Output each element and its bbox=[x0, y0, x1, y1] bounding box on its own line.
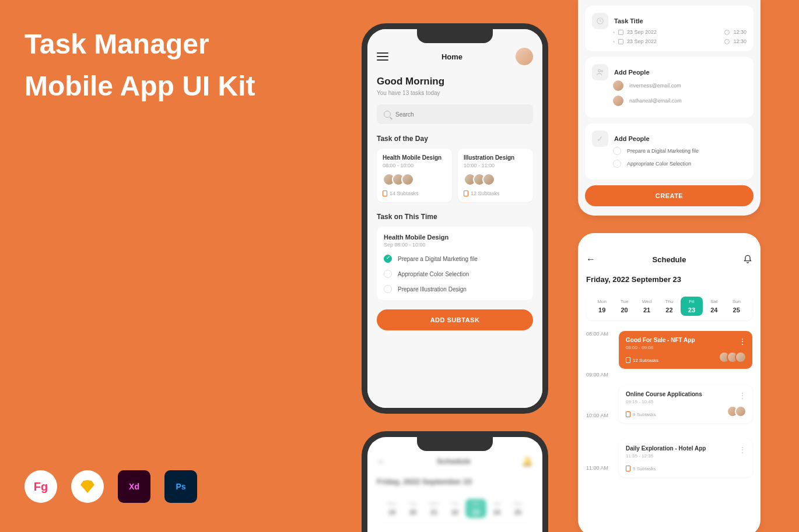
schedule-event-card[interactable]: ⋮ Good For Sale - NFT App 08:00 - 09:08 … bbox=[619, 331, 752, 369]
subtask-item[interactable]: Prepare a Digital Marketing file bbox=[384, 255, 526, 263]
add-subtask-button[interactable]: ADD SUBTASK bbox=[377, 309, 533, 330]
document-icon bbox=[626, 411, 630, 417]
checkbox-icon[interactable] bbox=[613, 147, 621, 155]
people-email-row[interactable]: inverness@email.com bbox=[592, 80, 747, 91]
add-people-label: Add People bbox=[614, 69, 650, 76]
section-task-this-time: Task on This Time bbox=[377, 213, 533, 221]
checkbox-icon[interactable] bbox=[613, 160, 621, 168]
event-avatars bbox=[730, 406, 747, 417]
section-task-of-day: Task of the Day bbox=[377, 135, 533, 143]
phone-schedule-blurred: ← Schedule 🔔 Friday, 2022 September 23 M… bbox=[362, 431, 548, 532]
date-title: Friday, 2022 September 23 bbox=[377, 477, 533, 486]
event-avatars bbox=[722, 351, 747, 363]
event-title: Online Course Applications bbox=[626, 391, 745, 397]
create-task-panel: Task Title 23 Sep 202212:30 23 Sep 20221… bbox=[578, 0, 761, 216]
phone-notch bbox=[417, 29, 493, 43]
day-col[interactable]: Sun25 bbox=[726, 297, 748, 316]
add-people-section: Add People inverness@email.com nathaneal… bbox=[585, 57, 754, 118]
event-subtasks: 5 Subtasks bbox=[626, 466, 745, 471]
subtasks-label: Add People bbox=[614, 135, 650, 142]
subtask-count: 12 Subtasks bbox=[464, 191, 527, 196]
subtask-item[interactable]: Prepare a Digital Marketing file bbox=[592, 147, 747, 155]
task-card-title: Health Mobile Design bbox=[383, 154, 446, 161]
subtask-count: 14 Subtasks bbox=[383, 191, 446, 196]
bell-icon[interactable] bbox=[743, 255, 752, 264]
page-title: Home bbox=[441, 52, 462, 61]
timeline: 08:00 AM 09:00 AM 10:00 AM 11:00 AM ⋮ Go… bbox=[586, 331, 752, 477]
search-field[interactable] bbox=[377, 104, 533, 124]
avatar bbox=[613, 96, 623, 106]
event-time: 08:00 - 09:08 bbox=[626, 345, 745, 350]
assignee-avatars bbox=[383, 173, 446, 186]
check-icon: ✓ bbox=[592, 131, 608, 147]
clock-icon bbox=[592, 13, 608, 29]
document-icon bbox=[626, 357, 630, 363]
people-email-row[interactable]: nathaneal@email.com bbox=[592, 96, 747, 106]
schedule-date: Friday, 2022 September 23 bbox=[586, 275, 752, 284]
event-title: Good For Sale - NFT App bbox=[626, 337, 745, 343]
clock-icon bbox=[724, 39, 730, 44]
clock-icon bbox=[724, 30, 730, 35]
create-button[interactable]: CREATE bbox=[585, 185, 754, 206]
adobe-xd-icon: Xd bbox=[118, 470, 150, 503]
subtask-item[interactable]: Prepare Illustration Design bbox=[384, 285, 526, 293]
tasks-count-text: You have 13 tasks today bbox=[377, 90, 533, 96]
date-row[interactable]: 23 Sep 202212:30 bbox=[592, 38, 747, 44]
add-subtasks-section: ✓Add People Prepare a Digital Marketing … bbox=[585, 124, 754, 179]
task-card[interactable]: Illustration Design 10:00 - 11:00 12 Sub… bbox=[458, 149, 533, 202]
schedule-event-card[interactable]: ⋮ Online Course Applications 09:15 - 10:… bbox=[619, 385, 752, 423]
date-row[interactable]: 23 Sep 202212:30 bbox=[592, 29, 747, 35]
sketch-icon bbox=[71, 470, 104, 503]
marketing-title: Task ManagerMobile App UI Kit bbox=[24, 23, 255, 107]
photoshop-icon: Ps bbox=[164, 470, 197, 503]
phone-home-screen: Home Good Morning You have 13 tasks toda… bbox=[362, 23, 548, 414]
title-line2: Mobile App UI Kit bbox=[24, 71, 255, 101]
subtask-label: Prepare Illustration Design bbox=[398, 286, 467, 293]
menu-icon[interactable] bbox=[377, 52, 388, 61]
checkbox-icon[interactable] bbox=[384, 270, 392, 278]
subtask-item[interactable]: Appropriate Color Selection bbox=[384, 270, 526, 278]
figma-icon: Fg bbox=[24, 470, 57, 503]
day-col-active[interactable]: Fri23 bbox=[681, 297, 703, 316]
avatar bbox=[613, 80, 623, 91]
checkbox-icon[interactable] bbox=[384, 285, 392, 293]
current-task-title: Health Mobile Design bbox=[384, 234, 526, 241]
schedule-title: Schedule bbox=[653, 255, 686, 264]
day-col[interactable]: Sat24 bbox=[703, 297, 725, 316]
task-title-section: Task Title 23 Sep 202212:30 23 Sep 20221… bbox=[585, 6, 754, 51]
svg-point-2 bbox=[601, 71, 603, 72]
day-col[interactable]: Wed21 bbox=[636, 297, 658, 316]
search-icon bbox=[384, 111, 391, 118]
time-label: 08:00 AM bbox=[586, 331, 608, 337]
calendar-icon bbox=[618, 39, 623, 44]
checkbox-icon[interactable] bbox=[384, 255, 392, 263]
time-label: 11:00 AM bbox=[586, 465, 608, 471]
current-task-card[interactable]: Health Mobile Design Sep 08:00 - 10:00 P… bbox=[377, 227, 533, 300]
day-col[interactable]: Tue20 bbox=[613, 297, 635, 316]
greeting-text: Good Morning bbox=[377, 76, 533, 87]
schedule-event-card[interactable]: ⋮ Daily Exploration - Hotel App 11:35 - … bbox=[619, 439, 752, 477]
user-avatar[interactable] bbox=[516, 48, 533, 65]
tool-icons-row: Fg Xd Ps bbox=[24, 470, 197, 503]
event-title: Daily Exploration - Hotel App bbox=[626, 445, 745, 452]
search-input[interactable] bbox=[395, 111, 526, 118]
time-label: 09:00 AM bbox=[586, 372, 608, 378]
time-label: 10:00 AM bbox=[586, 413, 608, 418]
page-title: Schedule bbox=[437, 457, 471, 466]
back-arrow-icon: ← bbox=[377, 456, 386, 467]
subtask-item[interactable]: Appropriate Color Selection bbox=[592, 160, 747, 168]
person-icon bbox=[592, 64, 608, 80]
task-card[interactable]: Health Mobile Design 08:00 - 10:00 14 Su… bbox=[377, 149, 452, 202]
day-col[interactable]: Thu22 bbox=[658, 297, 680, 316]
document-icon bbox=[464, 191, 468, 196]
svg-point-1 bbox=[598, 69, 601, 72]
day-col[interactable]: Mon19 bbox=[591, 297, 613, 316]
back-arrow-icon[interactable]: ← bbox=[586, 254, 595, 265]
document-icon bbox=[383, 191, 387, 196]
event-time: 09:15 - 10:45 bbox=[626, 399, 745, 404]
task-card-title: Illustration Design bbox=[464, 154, 527, 161]
calendar-icon bbox=[618, 30, 623, 35]
bell-icon: 🔔 bbox=[521, 456, 533, 467]
subtask-label: Prepare a Digital Marketing file bbox=[398, 256, 478, 262]
schedule-panel: ← Schedule Friday, 2022 September 23 Mon… bbox=[578, 233, 761, 532]
